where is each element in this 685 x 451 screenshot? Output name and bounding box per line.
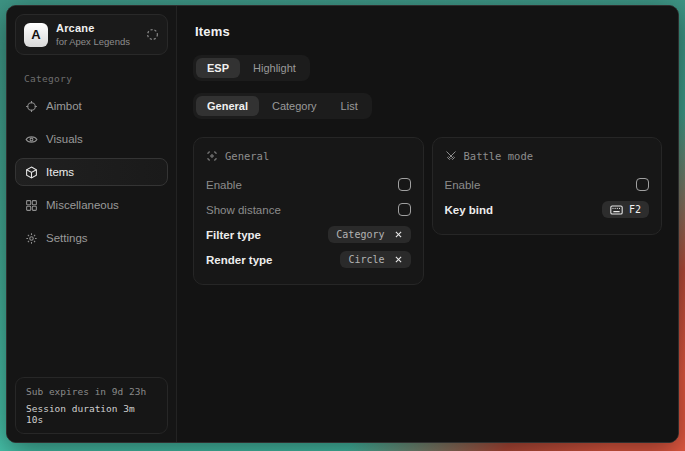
sidebar-item-label: Aimbot: [46, 100, 82, 112]
battle-mode-panel: Battle mode Enable Key bind: [432, 137, 663, 235]
checkbox-show-distance[interactable]: [398, 203, 411, 216]
keyboard-icon: [610, 205, 623, 215]
select-value: Circle: [348, 254, 384, 265]
sidebar-item-label: Visuals: [46, 133, 83, 145]
sub-expiry-text: Sub expires in 9d 23h: [26, 386, 157, 397]
mode-tab-group: ESP Highlight: [193, 55, 310, 81]
eye-icon: [25, 133, 38, 146]
sidebar-item-label: Miscellaneous: [46, 199, 119, 211]
setting-row: Filter type Category: [206, 222, 411, 247]
setting-row: Show distance: [206, 197, 411, 222]
package-icon: [25, 166, 38, 179]
setting-label: Enable: [445, 179, 481, 191]
session-duration-text: Session duration 3m 10s: [26, 403, 157, 425]
clear-icon[interactable]: [394, 255, 403, 264]
page-title: Items: [195, 24, 662, 39]
keybind-button[interactable]: F2: [602, 201, 649, 218]
general-panel: General Enable Show distance Filter type…: [193, 137, 424, 285]
keybind-value: F2: [629, 204, 641, 215]
panel-title: General: [225, 150, 269, 162]
setting-row: Enable: [445, 172, 650, 197]
tab-esp[interactable]: ESP: [196, 58, 240, 78]
setting-label: Key bind: [445, 204, 494, 216]
grid-icon: [25, 199, 38, 212]
app-header-card: A Arcane for Apex Legends: [15, 14, 168, 55]
sidebar: A Arcane for Apex Legends Category Aimbo…: [7, 6, 177, 442]
crosshair-icon: [25, 100, 38, 113]
tab-list[interactable]: List: [330, 96, 369, 116]
sidebar-item-aimbot[interactable]: Aimbot: [15, 92, 168, 120]
sidebar-item-miscellaneous[interactable]: Miscellaneous: [15, 191, 168, 219]
sidebar-item-visuals[interactable]: Visuals: [15, 125, 168, 153]
gear-icon: [25, 232, 38, 245]
select-filter-type[interactable]: Category: [328, 226, 410, 243]
setting-row: Render type Circle: [206, 247, 411, 272]
sidebar-item-label: Settings: [46, 232, 88, 244]
select-render-type[interactable]: Circle: [340, 251, 410, 268]
tab-category[interactable]: Category: [261, 96, 328, 116]
app-window: A Arcane for Apex Legends Category Aimbo…: [6, 5, 679, 443]
main-content: Items ESP Highlight General Category Lis…: [177, 6, 678, 442]
sidebar-nav: Aimbot Visuals Items: [7, 90, 176, 254]
app-logo: A: [24, 23, 48, 47]
app-subtitle: for Apex Legends: [56, 36, 138, 47]
setting-row: Enable: [206, 172, 411, 197]
category-label: Category: [24, 73, 176, 84]
setting-label: Render type: [206, 254, 272, 266]
setting-label: Show distance: [206, 204, 281, 216]
panel-title: Battle mode: [464, 150, 534, 162]
focus-icon: [206, 150, 218, 162]
tab-general[interactable]: General: [196, 96, 259, 116]
section-tab-group: General Category List: [193, 93, 372, 119]
clear-icon[interactable]: [394, 230, 403, 239]
checkbox-enable[interactable]: [398, 178, 411, 191]
sidebar-item-items[interactable]: Items: [15, 158, 168, 186]
swords-icon: [445, 150, 457, 162]
dashed-circle-icon[interactable]: [146, 28, 159, 41]
subscription-info-card: Sub expires in 9d 23h Session duration 3…: [15, 377, 168, 434]
app-name: Arcane: [56, 22, 138, 34]
select-value: Category: [336, 229, 384, 240]
setting-label: Enable: [206, 179, 242, 191]
sidebar-item-settings[interactable]: Settings: [15, 224, 168, 252]
setting-label: Filter type: [206, 229, 261, 241]
setting-row: Key bind F2: [445, 197, 650, 222]
checkbox-battle-enable[interactable]: [636, 178, 649, 191]
sidebar-item-label: Items: [46, 166, 74, 178]
tab-highlight[interactable]: Highlight: [242, 58, 307, 78]
